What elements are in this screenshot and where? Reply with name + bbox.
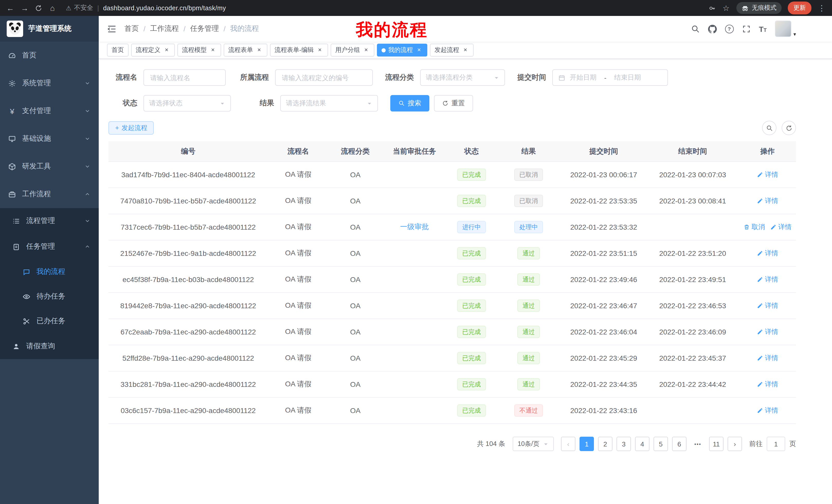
cell-id: 819442e8-7b9a-11ec-a290-acde48001122: [108, 292, 268, 319]
status-select[interactable]: 请选择状态: [144, 95, 231, 111]
detail-link[interactable]: 详情: [757, 249, 778, 258]
result-select[interactable]: 请选择流结果: [280, 95, 378, 111]
browser-home-icon[interactable]: ⌂: [48, 4, 57, 12]
view-tab[interactable]: 流程表单: [224, 44, 267, 57]
sidebar-item-task-mgmt[interactable]: 任务管理: [0, 234, 99, 259]
refresh-table-button[interactable]: [782, 121, 796, 135]
start-process-button[interactable]: + 发起流程: [108, 121, 154, 135]
github-icon[interactable]: [708, 24, 717, 33]
filter-submit-time: 提交时间 开始日期 - 结束日期: [517, 69, 668, 86]
page-number-button[interactable]: 1: [579, 437, 594, 451]
process-name-input[interactable]: [144, 69, 226, 86]
detail-link[interactable]: 详情: [770, 222, 791, 232]
browser-reload-icon[interactable]: [35, 4, 42, 11]
sidebar-item-leave-query[interactable]: 请假查询: [0, 333, 99, 359]
close-icon[interactable]: [209, 47, 216, 54]
detail-link[interactable]: 详情: [757, 406, 778, 415]
detail-link[interactable]: 详情: [757, 327, 778, 337]
security-warning[interactable]: ⚠ 不安全: [66, 4, 93, 12]
bookmark-star-icon[interactable]: ☆: [722, 4, 730, 12]
view-tab[interactable]: 发起流程: [430, 44, 474, 57]
view-tab[interactable]: 用户分组: [331, 44, 374, 57]
sidebar-item-workflow[interactable]: 工作流程: [0, 180, 99, 208]
date-range-picker[interactable]: 开始日期 - 结束日期: [552, 69, 668, 86]
show-search-button[interactable]: [762, 121, 777, 135]
avatar[interactable]: [775, 21, 791, 37]
breadcrumb-item[interactable]: 首页: [125, 24, 139, 33]
page-number-button[interactable]: 3: [617, 437, 631, 451]
view-tab[interactable]: 流程表单-编辑: [270, 44, 328, 57]
breadcrumb-item[interactable]: 任务管理: [190, 24, 219, 33]
sidebar-item-my-process[interactable]: 我的流程: [0, 259, 99, 284]
browser-menu-kebab-icon[interactable]: ⋮: [817, 4, 826, 12]
page-number-button[interactable]: 2: [598, 437, 613, 451]
update-button[interactable]: 更新: [788, 2, 811, 15]
close-icon[interactable]: [462, 47, 469, 54]
page-size-select[interactable]: 10条/页: [513, 437, 554, 451]
search-icon[interactable]: [691, 24, 700, 33]
view-tab[interactable]: 流程定义: [131, 44, 175, 57]
address-divider: |: [98, 4, 99, 11]
sidebar-item-todo-tasks[interactable]: 待办任务: [0, 284, 99, 309]
close-icon[interactable]: [363, 47, 370, 54]
font-size-icon[interactable]: TT: [759, 25, 767, 33]
view-tab[interactable]: 流程模型: [177, 44, 221, 57]
next-page-button[interactable]: ›: [728, 437, 742, 451]
eye-icon: [23, 292, 30, 300]
cancel-link[interactable]: 取消: [743, 222, 765, 232]
breadcrumb-item[interactable]: 工作流程: [150, 24, 179, 33]
page-number-button[interactable]: 11: [709, 437, 724, 451]
detail-link[interactable]: 详情: [757, 196, 778, 205]
cell-actions: 详情: [739, 240, 796, 267]
pencil-icon: [757, 381, 763, 387]
sidebar-item-dev-tools[interactable]: 研发工具: [0, 152, 99, 180]
caret-down-icon: [367, 101, 372, 106]
browser-back-icon[interactable]: ←: [6, 4, 15, 12]
hamburger-icon[interactable]: [107, 24, 117, 34]
page-number-button[interactable]: 4: [635, 437, 649, 451]
page-number-button[interactable]: •••: [691, 437, 705, 451]
close-icon[interactable]: [163, 47, 170, 54]
close-icon[interactable]: [316, 47, 323, 54]
detail-link[interactable]: 详情: [757, 275, 778, 284]
close-icon[interactable]: [415, 47, 423, 54]
password-key-icon[interactable]: [709, 4, 716, 11]
reset-button[interactable]: 重置: [434, 95, 473, 111]
view-tab[interactable]: 我的流程: [377, 44, 427, 57]
filter-label: 流程分类: [385, 73, 414, 82]
prev-page-button[interactable]: ‹: [561, 437, 575, 451]
detail-link[interactable]: 详情: [757, 170, 778, 179]
view-tab[interactable]: 首页: [107, 44, 129, 57]
status-badge: 已完成: [457, 326, 486, 338]
page-number-button[interactable]: 6: [672, 437, 686, 451]
result-badge: 通过: [517, 300, 540, 312]
goto-page-input[interactable]: [767, 437, 785, 451]
breadcrumb: 首页 / 工作流程 / 任务管理 / 我的流程: [125, 24, 259, 33]
app-logo[interactable]: 芋道管理系统: [0, 16, 99, 41]
help-icon[interactable]: ?: [725, 24, 733, 33]
cell-category: OA: [329, 397, 382, 424]
sidebar-item-system-mgmt[interactable]: 系统管理: [0, 69, 99, 97]
current-task-link[interactable]: 一级审批: [400, 222, 429, 231]
browser-forward-icon[interactable]: →: [21, 4, 29, 12]
search-button[interactable]: 搜索: [390, 95, 430, 111]
sidebar-item-done-tasks[interactable]: 已办任务: [0, 309, 99, 333]
pencil-icon: [757, 276, 763, 283]
status-badge: 已完成: [457, 300, 486, 312]
fullscreen-icon[interactable]: [742, 24, 751, 33]
detail-link[interactable]: 详情: [757, 301, 778, 310]
tabs-bar: 首页 流程定义 流程模型: [99, 41, 832, 59]
incognito-label: 无痕模式: [752, 4, 777, 12]
address-bar[interactable]: ⚠ 不安全 | dashboard.yudao.iocoder.cn/bpm/t…: [66, 4, 702, 12]
category-select[interactable]: 请选择流程分类: [420, 69, 505, 86]
sidebar-item-process-mgmt[interactable]: 流程管理: [0, 208, 99, 234]
sidebar-item-infrastructure[interactable]: 基础设施: [0, 125, 99, 152]
sidebar-item-payment-mgmt[interactable]: ¥ 支付管理: [0, 97, 99, 125]
page-number-button[interactable]: 5: [654, 437, 668, 451]
sidebar-item-home[interactable]: 首页: [0, 41, 99, 69]
detail-link[interactable]: 详情: [757, 380, 778, 389]
close-icon[interactable]: [256, 47, 263, 54]
user-menu[interactable]: ▾: [775, 21, 796, 37]
detail-link[interactable]: 详情: [757, 354, 778, 363]
process-definition-input[interactable]: [275, 69, 373, 86]
